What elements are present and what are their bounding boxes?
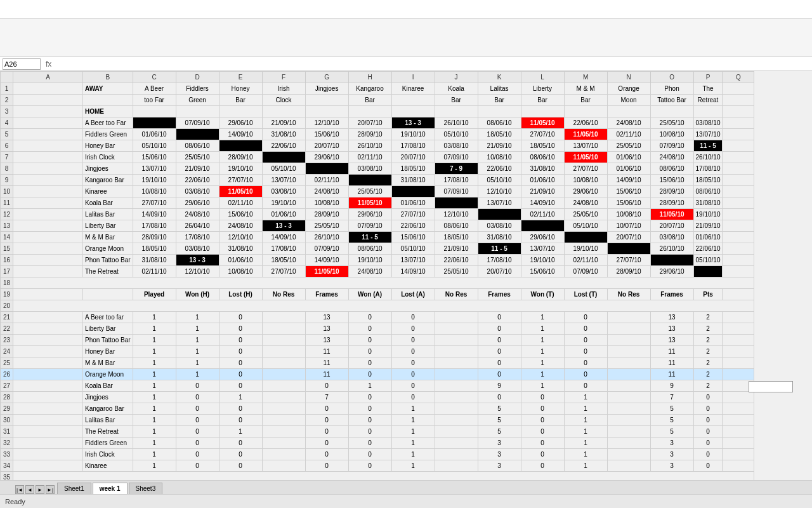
cell-G16[interactable]: 14/09/10 (305, 255, 348, 266)
cell-Q2[interactable] (723, 95, 754, 106)
cell-O7[interactable]: 24/08/10 (650, 152, 693, 163)
cell-H12[interactable]: 29/06/10 (348, 209, 391, 220)
cell-K30[interactable]: 5 (478, 415, 521, 426)
col-header-R[interactable]: Q (723, 72, 754, 83)
cell-F13[interactable]: 13 - 3 (262, 220, 305, 232)
cell-B19[interactable] (83, 289, 133, 300)
cell-F15[interactable]: 17/08/10 (262, 243, 305, 255)
cell-Q25[interactable] (723, 358, 754, 369)
cell-G29[interactable]: 0 (305, 403, 348, 415)
cell-P2[interactable]: Retreat (693, 95, 723, 106)
cell-D22[interactable]: 1 (176, 323, 219, 335)
cell-A6[interactable] (13, 140, 83, 152)
cell-A22[interactable] (13, 323, 83, 335)
cell-J34[interactable] (435, 460, 478, 472)
cell-H24[interactable]: 0 (348, 346, 391, 358)
cell-J31[interactable] (435, 426, 478, 438)
cell-L5[interactable]: 27/07/10 (521, 129, 564, 140)
cell-F11[interactable]: 19/10/10 (262, 197, 305, 209)
cell-H28[interactable]: 0 (348, 392, 391, 403)
cell-Q5[interactable] (723, 129, 754, 140)
col-header-J[interactable]: I (391, 72, 435, 83)
cell-M27[interactable]: 0 (564, 380, 607, 392)
cell-I4[interactable]: 13 - 3 (391, 117, 435, 129)
cell-C28[interactable]: 1 (133, 392, 176, 403)
cell-P28[interactable]: 0 (693, 392, 723, 403)
cell-G24[interactable]: 11 (305, 346, 348, 358)
cell-N5[interactable]: 02/11/10 (607, 129, 650, 140)
cell-K11[interactable]: 13/07/10 (478, 197, 521, 209)
cell-D4[interactable]: 07/09/10 (176, 117, 219, 129)
cell-D9[interactable]: 22/06/10 (176, 175, 219, 186)
cell-I23[interactable]: 0 (391, 335, 435, 346)
cell-D6[interactable]: 08/06/10 (176, 140, 219, 152)
cell-B30[interactable]: Lalitas Bar (83, 415, 133, 426)
cell-A8[interactable] (13, 163, 83, 175)
cell-F21[interactable] (262, 312, 305, 323)
cell-K19[interactable]: Frames (478, 289, 521, 300)
cell-F5[interactable]: 31/08/10 (262, 129, 305, 140)
cell-D8[interactable]: 21/09/10 (176, 163, 219, 175)
cell-N17[interactable]: 28/09/10 (607, 266, 650, 277)
cell-A14[interactable] (13, 232, 83, 243)
cell-H31[interactable]: 0 (348, 426, 391, 438)
cell-J9[interactable]: 17/08/10 (435, 175, 478, 186)
cell-Q14[interactable] (723, 232, 754, 243)
cell-C31[interactable]: 1 (133, 426, 176, 438)
col-header-F[interactable]: E (219, 72, 262, 83)
cell-C6[interactable]: 05/10/10 (133, 140, 176, 152)
cell-G5[interactable]: 15/06/10 (305, 129, 348, 140)
cell-L17[interactable]: 15/06/10 (521, 266, 564, 277)
cell-G6[interactable]: 20/07/10 (305, 140, 348, 152)
cell-N22[interactable] (607, 323, 650, 335)
cell-A26[interactable] (13, 369, 83, 380)
cell-E28[interactable]: 1 (219, 392, 262, 403)
col-header-Q[interactable]: P (693, 72, 723, 83)
cell-I17[interactable]: 14/09/10 (391, 266, 435, 277)
cell-D24[interactable]: 1 (176, 346, 219, 358)
cell-E16[interactable]: 01/06/10 (219, 255, 262, 266)
cell-O27[interactable]: 9 (650, 380, 693, 392)
cell-L19[interactable]: Won (T) (521, 289, 564, 300)
cell-L29[interactable]: 0 (521, 403, 564, 415)
cell-C26[interactable]: 1 (133, 369, 176, 380)
cell-G8[interactable] (305, 163, 348, 175)
tab-sheet1[interactable]: Sheet1 (57, 483, 91, 494)
cell-M15[interactable]: 19/10/10 (564, 243, 607, 255)
cell-L30[interactable]: 0 (521, 415, 564, 426)
cell-B13[interactable]: Liberty Bar (83, 220, 133, 232)
cell-A1[interactable] (13, 83, 83, 95)
cell-L8[interactable]: 31/08/10 (521, 163, 564, 175)
cell-B5[interactable]: Fiddlers Green (83, 129, 133, 140)
cell-E3[interactable] (219, 106, 262, 117)
cell-M9[interactable]: 10/08/10 (564, 175, 607, 186)
cell-K32[interactable]: 3 (478, 438, 521, 449)
col-header-M[interactable]: L (521, 72, 564, 83)
cell-J4[interactable]: 26/10/10 (435, 117, 478, 129)
cell-N10[interactable]: 15/06/10 (607, 186, 650, 197)
cell-E7[interactable]: 28/09/10 (219, 152, 262, 163)
cell-P30[interactable]: 0 (693, 415, 723, 426)
cell-P17[interactable] (693, 266, 723, 277)
cell-A16[interactable] (13, 255, 83, 266)
cell-O26[interactable]: 11 (650, 369, 693, 380)
cell-N4[interactable]: 24/08/10 (607, 117, 650, 129)
cell-A11[interactable] (13, 197, 83, 209)
cell-F24[interactable] (262, 346, 305, 358)
cell-E34[interactable]: 0 (219, 460, 262, 472)
cell-H25[interactable]: 0 (348, 358, 391, 369)
cell-F30[interactable] (262, 415, 305, 426)
cell-M13[interactable]: 05/10/10 (564, 220, 607, 232)
cell-C33[interactable]: 1 (133, 449, 176, 460)
cell-D28[interactable]: 0 (176, 392, 219, 403)
cell-K28[interactable]: 0 (478, 392, 521, 403)
cell-J21[interactable] (435, 312, 478, 323)
cell-C7[interactable]: 15/06/10 (133, 152, 176, 163)
cell-B17[interactable]: The Retreat (83, 266, 133, 277)
col-header-P[interactable]: O (650, 72, 693, 83)
col-header-I[interactable]: H (348, 72, 391, 83)
cell-C13[interactable]: 17/08/10 (133, 220, 176, 232)
cell-P11[interactable]: 31/08/10 (693, 197, 723, 209)
cell-J14[interactable]: 18/05/10 (435, 232, 478, 243)
cell-E5[interactable]: 14/09/10 (219, 129, 262, 140)
